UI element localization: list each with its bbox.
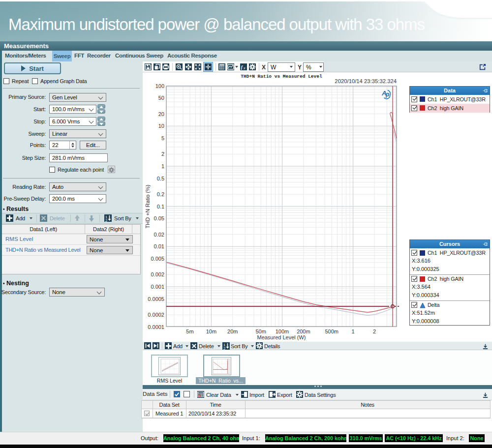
svg-text:THD+N Ratio vs Measured Level: THD+N Ratio vs Measured Level	[241, 74, 322, 79]
svg-text:2: 2	[161, 151, 164, 157]
svg-text:0.001: 0.001	[151, 284, 164, 290]
svg-text:THD +N Ratio (%): THD +N Ratio (%)	[145, 185, 151, 229]
svg-text:5m: 5m	[186, 329, 193, 334]
svg-text:2: 2	[223, 346, 225, 350]
svg-text:0.01: 0.01	[154, 243, 164, 249]
svg-text:10: 10	[158, 123, 164, 129]
svg-text:2: 2	[373, 329, 376, 334]
svg-text:0.002: 0.002	[151, 271, 164, 277]
svg-text:x: x	[243, 66, 246, 70]
svg-text:20m: 20m	[227, 329, 238, 334]
svg-text:1: 1	[352, 329, 355, 334]
svg-text:50: 50	[158, 95, 164, 101]
svg-text:50m: 50m	[255, 329, 266, 334]
svg-text:1: 1	[161, 163, 164, 169]
svg-text:0.005: 0.005	[151, 256, 164, 262]
svg-text:5: 5	[161, 135, 164, 141]
svg-text:200m: 200m	[297, 329, 310, 334]
svg-text:0.02: 0.02	[154, 232, 164, 238]
svg-text:2: 2	[105, 218, 107, 222]
svg-text:Measured Level (W): Measured Level (W)	[257, 334, 306, 340]
svg-text:0.5: 0.5	[157, 176, 164, 181]
svg-text:0.1: 0.1	[157, 204, 164, 209]
svg-text:0.05: 0.05	[154, 215, 164, 221]
svg-text:20: 20	[158, 111, 164, 117]
svg-text:f: f	[241, 64, 243, 70]
svg-text:p: p	[385, 91, 389, 98]
svg-text:0.0005: 0.0005	[148, 296, 164, 302]
svg-text:0.0002: 0.0002	[148, 312, 164, 318]
svg-text:0.0001: 0.0001	[148, 324, 164, 330]
svg-text:2020/10/14 23:35:32.324: 2020/10/14 23:35:32.324	[335, 78, 397, 84]
svg-text:100m: 100m	[276, 329, 289, 334]
svg-text:10m: 10m	[206, 329, 216, 334]
svg-text:100: 100	[155, 83, 164, 89]
svg-text:500m: 500m	[325, 329, 338, 334]
svg-text:0.2: 0.2	[157, 191, 164, 197]
